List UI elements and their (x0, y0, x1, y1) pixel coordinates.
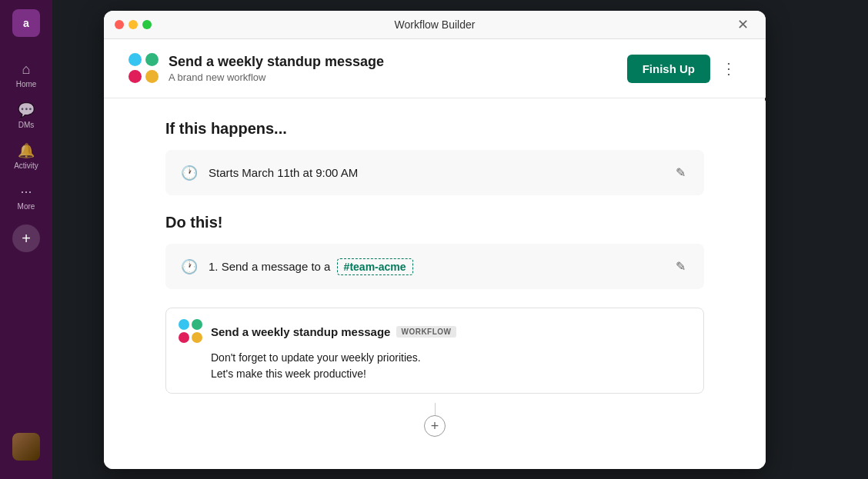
add-step-button[interactable]: + (424, 415, 446, 437)
add-channel-button[interactable]: + (12, 225, 40, 252)
message-line-1: Don't forget to update your weekly prior… (211, 350, 691, 366)
trigger-edit-button[interactable]: ✎ (673, 162, 689, 183)
message-preview-card: Send a weekly standup message WORKFLOW D… (165, 308, 704, 394)
action-card: 🕐 1. Send a message to a #team-acme ✎ (165, 244, 704, 289)
clock-icon: 🕐 (181, 165, 198, 181)
user-avatar[interactable] (12, 433, 40, 461)
sidebar: a ⌂ Home 💬 DMs 🔔 Activity ··· More + (0, 0, 52, 479)
if-section-heading: If this happens... (165, 120, 704, 138)
action-clock-icon: 🕐 (181, 258, 198, 275)
fullscreen-traffic-light[interactable] (142, 20, 152, 29)
modal-title: Workflow Builder (395, 18, 476, 31)
traffic-lights (115, 20, 152, 29)
action-text: 1. Send a message to a #team-acme (209, 258, 673, 275)
more-icon: ··· (17, 182, 35, 201)
activity-icon: 🔔 (17, 141, 35, 160)
workflow-info: Send a weekly standup message A brand ne… (169, 54, 627, 83)
workflow-builder-modal: Workflow Builder ✕ Send a weekly standup… (104, 11, 766, 469)
workflow-actions: Finish Up ⋮ (627, 55, 741, 83)
user-avatar-image (12, 433, 40, 461)
modal-titlebar: Workflow Builder ✕ (104, 11, 766, 39)
do-section-heading: Do this! (165, 214, 704, 231)
workspace-avatar[interactable]: a (12, 9, 40, 37)
modal-close-button[interactable]: ✕ (732, 14, 753, 35)
trigger-text: Starts March 11th at 9:00 AM (209, 166, 673, 179)
workflow-dot-yellow (145, 70, 159, 83)
workflow-subtitle: A brand new workflow (169, 72, 627, 83)
msg-dot-green (192, 319, 202, 330)
message-line-2: Let's make this week productive! (211, 366, 691, 382)
close-traffic-light[interactable] (115, 20, 124, 29)
minimize-traffic-light[interactable] (129, 20, 138, 29)
message-icon-grid (179, 319, 203, 344)
sidebar-item-activity[interactable]: 🔔 Activity (5, 137, 48, 175)
workflow-dot-teal (129, 53, 142, 66)
msg-dot-red (179, 332, 189, 343)
workflow-badge: WORKFLOW (396, 326, 456, 338)
modal-body: If this happens... 🕐 Starts March 11th a… (104, 98, 766, 469)
channel-tag[interactable]: #team-acme (337, 258, 413, 275)
action-label: 1. Send a message to a (209, 260, 330, 273)
sidebar-item-home[interactable]: ⌂ Home (5, 55, 48, 93)
add-step-connector-line (435, 403, 436, 415)
sidebar-item-dms[interactable]: 💬 DMs (5, 96, 48, 134)
workflow-name: Send a weekly standup message (169, 54, 627, 70)
msg-dot-yellow (192, 332, 202, 343)
msg-dot-teal (179, 319, 189, 330)
dms-icon: 💬 (17, 101, 35, 119)
message-body: Don't forget to update your weekly prior… (211, 350, 691, 382)
sidebar-label-dms: DMs (18, 121, 35, 129)
message-preview-header: Send a weekly standup message WORKFLOW (179, 319, 691, 344)
workflow-icon-grid (129, 53, 159, 84)
workflow-header: Send a weekly standup message A brand ne… (104, 39, 766, 98)
action-edit-button[interactable]: ✎ (673, 256, 689, 277)
workflow-dot-red (129, 70, 142, 83)
add-step-container: + (165, 403, 704, 437)
finish-up-button[interactable]: Finish Up (627, 55, 710, 83)
trigger-card: 🕐 Starts March 11th at 9:00 AM ✎ (165, 150, 704, 195)
sidebar-item-more[interactable]: ··· More (5, 178, 48, 215)
sidebar-label-more: More (18, 202, 35, 211)
sidebar-label-home: Home (16, 80, 37, 88)
more-options-button[interactable]: ⋮ (716, 56, 741, 81)
home-icon: ⌂ (17, 60, 35, 78)
message-title: Send a weekly standup message (211, 325, 390, 338)
do-this-section: Do this! 🕐 1. Send a message to a #team-… (165, 214, 704, 437)
sidebar-nav: ⌂ Home 💬 DMs 🔔 Activity ··· More + (5, 49, 48, 252)
workflow-dot-green (145, 53, 159, 66)
sidebar-label-activity: Activity (14, 161, 38, 170)
